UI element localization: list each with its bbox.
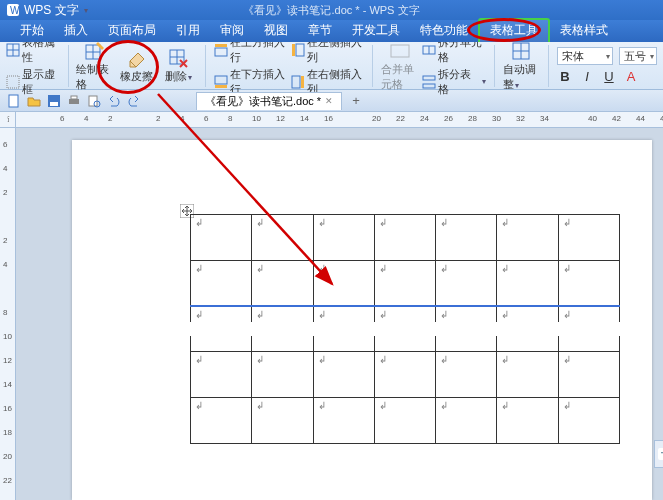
title-bar: W WPS 文字 ▾ 《看见》读书笔记.doc * - WPS 文字 bbox=[0, 0, 663, 20]
window-title: 《看见》读书笔记.doc * - WPS 文字 bbox=[0, 3, 663, 18]
svg-rect-30 bbox=[9, 95, 18, 107]
menu-bar: 开始 插入 页面布局 引用 审阅 视图 章节 开发工具 特色功能 表格工具 表格… bbox=[0, 20, 663, 42]
app-menu-caret[interactable]: ▾ bbox=[84, 6, 88, 15]
svg-text:W: W bbox=[10, 5, 20, 16]
svg-rect-22 bbox=[391, 45, 409, 57]
tab-start[interactable]: 开始 bbox=[10, 20, 54, 42]
tab-page-layout[interactable]: 页面布局 bbox=[98, 20, 166, 42]
ribbon-toolbar: 表格属性 显示虚框 绘制表格 橡皮擦 删除▾ 在上方插入行 在下方插入行 在左侧… bbox=[0, 42, 663, 90]
separator bbox=[372, 45, 373, 87]
draw-table-button[interactable]: 绘制表格 bbox=[76, 44, 113, 88]
document-page[interactable]: ↲↲↲↲↲↲↲ ↲↲↲↲↲↲↲ ↲↲↲↲↲↲↲ ↲↲↲↲↲↲↲ ↲↲↲↲↲↲↲ … bbox=[72, 140, 652, 500]
eraser-icon bbox=[126, 47, 148, 69]
merge-cells-button[interactable]: 合并单元格 bbox=[381, 44, 418, 88]
svg-rect-14 bbox=[215, 48, 227, 56]
svg-rect-5 bbox=[7, 76, 19, 88]
split-cell-icon bbox=[422, 43, 436, 57]
col-left-icon bbox=[291, 43, 305, 57]
workspace: ⳕ 64224681012141620222426283032344042444… bbox=[0, 112, 663, 500]
save-icon[interactable] bbox=[46, 93, 62, 109]
svg-rect-32 bbox=[50, 102, 58, 106]
svg-rect-26 bbox=[423, 84, 435, 88]
row-above-icon bbox=[214, 43, 228, 57]
bold-button[interactable]: B bbox=[557, 69, 573, 84]
document-tab-label: 《看见》读书笔记.doc * bbox=[205, 94, 321, 109]
tab-section[interactable]: 章节 bbox=[298, 20, 342, 42]
vertical-ruler[interactable]: 64224810121416182022 bbox=[0, 128, 16, 500]
delete-button[interactable]: 删除▾ bbox=[159, 44, 196, 88]
separator bbox=[68, 45, 69, 87]
ruler-corner[interactable]: ⳕ bbox=[0, 112, 16, 128]
document-tab[interactable]: 《看见》读书笔记.doc * ✕ bbox=[196, 92, 342, 110]
svg-rect-17 bbox=[215, 85, 227, 88]
col-right-icon bbox=[291, 75, 305, 89]
font-size-select[interactable]: 五号 bbox=[619, 47, 657, 65]
svg-rect-21 bbox=[301, 76, 304, 88]
horizontal-ruler[interactable]: ⳕ 64224681012141620222426283032344042444… bbox=[0, 112, 663, 128]
app-name: WPS 文字 bbox=[24, 2, 79, 19]
quick-access-toolbar: 《看见》读书笔记.doc * ✕ + bbox=[0, 90, 663, 112]
autofit-button[interactable]: 自动调整▾ bbox=[503, 44, 540, 88]
separator bbox=[205, 45, 206, 87]
tab-view[interactable]: 视图 bbox=[254, 20, 298, 42]
eraser-button[interactable]: 橡皮擦 bbox=[118, 44, 155, 88]
gridlines-icon bbox=[6, 75, 20, 89]
delete-table-icon bbox=[167, 47, 189, 69]
undo-icon[interactable] bbox=[106, 93, 122, 109]
svg-rect-33 bbox=[69, 99, 79, 104]
tab-insert[interactable]: 插入 bbox=[54, 20, 98, 42]
svg-rect-34 bbox=[71, 96, 77, 99]
font-name-select[interactable]: 宋体 bbox=[557, 47, 613, 65]
tab-references[interactable]: 引用 bbox=[166, 20, 210, 42]
pencil-table-icon bbox=[84, 40, 106, 62]
svg-rect-15 bbox=[215, 44, 227, 47]
close-tab-icon[interactable]: ✕ bbox=[325, 96, 333, 106]
split-table-icon bbox=[422, 75, 436, 89]
svg-rect-18 bbox=[296, 44, 304, 56]
tab-table-style[interactable]: 表格样式 bbox=[550, 20, 618, 42]
print-icon[interactable] bbox=[66, 93, 82, 109]
redo-icon[interactable] bbox=[126, 93, 142, 109]
svg-rect-16 bbox=[215, 76, 227, 84]
font-color-button[interactable]: A bbox=[623, 69, 639, 84]
separator bbox=[494, 45, 495, 87]
separator bbox=[548, 45, 549, 87]
new-icon[interactable] bbox=[6, 93, 22, 109]
row-below-icon bbox=[214, 75, 228, 89]
split-table-button[interactable]: 拆分表格▾ bbox=[422, 67, 485, 97]
underline-button[interactable]: U bbox=[601, 69, 617, 84]
new-tab-button[interactable]: + bbox=[352, 93, 360, 108]
svg-rect-19 bbox=[292, 44, 295, 56]
app-brand[interactable]: W WPS 文字 ▾ bbox=[6, 2, 88, 19]
tab-review[interactable]: 审阅 bbox=[210, 20, 254, 42]
autofit-icon bbox=[510, 40, 532, 62]
svg-rect-25 bbox=[423, 76, 435, 80]
tab-special[interactable]: 特色功能 bbox=[410, 20, 478, 42]
svg-rect-20 bbox=[292, 76, 300, 88]
table-split-gap bbox=[190, 322, 620, 336]
add-column-handle[interactable]: + bbox=[654, 440, 663, 468]
tab-table-tools[interactable]: 表格工具 bbox=[478, 18, 550, 42]
print-preview-icon[interactable] bbox=[86, 93, 102, 109]
table-properties-icon bbox=[6, 43, 20, 57]
italic-button[interactable]: I bbox=[579, 69, 595, 84]
merge-icon bbox=[389, 40, 411, 62]
open-icon[interactable] bbox=[26, 93, 42, 109]
table-cell[interactable]: ↲ bbox=[191, 215, 252, 261]
